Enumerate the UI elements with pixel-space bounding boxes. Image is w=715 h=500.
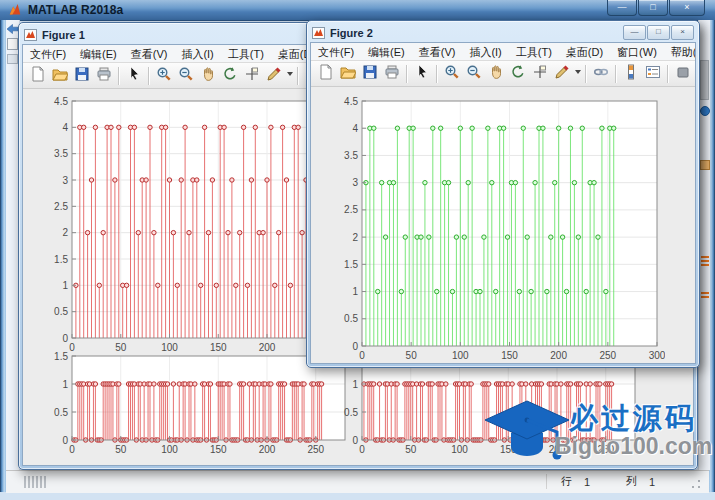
figure2-minimize-button[interactable]: — xyxy=(623,25,646,40)
svg-text:0: 0 xyxy=(69,444,75,455)
toolbar-separator xyxy=(436,65,438,83)
zoom-out-button[interactable] xyxy=(463,64,485,84)
code-warning-mark[interactable] xyxy=(701,260,709,262)
open-folder-button[interactable] xyxy=(49,66,71,86)
new-document-icon xyxy=(318,64,334,84)
marker-icon xyxy=(700,160,710,170)
rotate-3d-icon xyxy=(222,66,238,86)
svg-text:150: 150 xyxy=(210,444,227,455)
save-icon xyxy=(74,66,90,86)
menu-item-1[interactable]: 编辑(E) xyxy=(73,46,124,62)
code-warning-mark[interactable] xyxy=(701,292,709,294)
figure2-maximize-button[interactable]: □ xyxy=(647,25,670,40)
editor-scrollbar[interactable] xyxy=(700,60,709,100)
brush-dropdown-button[interactable] xyxy=(285,66,294,86)
figure2-titlebar[interactable]: Figure 2 — □ × xyxy=(310,24,696,42)
rotate-3d-button[interactable] xyxy=(219,66,241,86)
svg-text:50: 50 xyxy=(406,350,418,361)
save-button[interactable] xyxy=(71,66,93,86)
figure2-toolbar xyxy=(311,61,695,87)
menu-item-0[interactable]: 文件(F) xyxy=(23,46,73,62)
maximize-button[interactable]: □ xyxy=(638,0,668,16)
open-folder-button[interactable] xyxy=(337,64,359,84)
menu-item-3[interactable]: 插入(I) xyxy=(462,44,508,60)
zoom-out-button[interactable] xyxy=(175,66,197,86)
data-cursor-button[interactable] xyxy=(241,66,263,86)
new-document-button[interactable] xyxy=(315,64,337,84)
figure2-close-button[interactable]: × xyxy=(671,25,694,40)
pan-hand-button[interactable] xyxy=(197,66,219,86)
menu-item-0[interactable]: 文件(F) xyxy=(311,44,361,60)
code-warning-mark[interactable] xyxy=(701,296,709,298)
menu-item-2[interactable]: 查看(V) xyxy=(412,44,463,60)
zoom-in-button[interactable] xyxy=(153,66,175,86)
open-folder-icon xyxy=(52,66,68,86)
code-warning-mark[interactable] xyxy=(701,256,709,258)
svg-text:4.5: 4.5 xyxy=(54,96,68,107)
zoom-out-icon xyxy=(466,64,482,84)
svg-text:4.5: 4.5 xyxy=(344,96,358,107)
show-plot-tools-button[interactable] xyxy=(694,64,695,84)
svg-text:200: 200 xyxy=(550,350,567,361)
pan-hand-icon xyxy=(200,66,216,86)
menu-item-6[interactable]: 窗口(W) xyxy=(610,44,664,60)
brush-dropdown-button[interactable] xyxy=(573,64,582,84)
figure2-client-area: 05010015020025030000.511.522.533.544.5 xyxy=(311,87,695,363)
menu-item-7[interactable]: 帮助(H) xyxy=(664,44,695,60)
menu-item-5[interactable]: 桌面(D) xyxy=(559,44,610,60)
svg-text:50: 50 xyxy=(115,444,127,455)
svg-text:0: 0 xyxy=(352,435,358,446)
hide-plot-tools-button[interactable] xyxy=(672,64,694,84)
note-icon[interactable] xyxy=(7,54,18,64)
pan-hand-button[interactable] xyxy=(485,64,507,84)
insert-colorbar-button[interactable] xyxy=(620,64,642,84)
figure-window-icon xyxy=(24,29,37,41)
pointer-button[interactable] xyxy=(123,66,145,86)
menu-item-4[interactable]: 工具(T) xyxy=(221,46,271,62)
svg-text:3: 3 xyxy=(62,175,68,186)
data-cursor-button[interactable] xyxy=(529,64,551,84)
pointer-button[interactable] xyxy=(411,64,433,84)
print-button[interactable] xyxy=(381,64,403,84)
close-button[interactable]: × xyxy=(669,0,705,16)
toolbar-separator xyxy=(585,65,587,83)
brush-button[interactable] xyxy=(263,66,285,86)
toolbar-separator xyxy=(615,65,617,83)
menu-item-3[interactable]: 插入(I) xyxy=(174,46,220,62)
rotate-3d-button[interactable] xyxy=(507,64,529,84)
figure-window-icon xyxy=(312,27,325,39)
svg-text:100: 100 xyxy=(452,350,469,361)
data-cursor-icon xyxy=(532,64,548,84)
insert-legend-icon xyxy=(645,64,661,84)
open-folder-icon xyxy=(340,64,356,84)
svg-text:100: 100 xyxy=(161,444,178,455)
menu-item-4[interactable]: 工具(T) xyxy=(509,44,559,60)
menu-item-2[interactable]: 查看(V) xyxy=(124,46,175,62)
svg-text:250: 250 xyxy=(599,350,616,361)
matlab-main-titlebar[interactable]: MATLAB R2018a — □ × xyxy=(0,0,715,21)
brush-icon xyxy=(266,66,282,86)
resize-grip[interactable] xyxy=(691,479,701,489)
zoom-in-button[interactable] xyxy=(441,64,463,84)
print-button[interactable] xyxy=(93,66,115,86)
insert-colorbar-icon xyxy=(623,64,639,84)
svg-text:2: 2 xyxy=(352,232,358,243)
brush-dropdown-icon xyxy=(286,66,294,86)
toolbar-separator xyxy=(297,67,299,85)
save-button[interactable] xyxy=(359,64,381,84)
brush-dropdown-icon xyxy=(574,64,582,84)
zoom-out-icon xyxy=(178,66,194,86)
svg-text:1: 1 xyxy=(62,379,68,390)
document-icon[interactable] xyxy=(7,38,18,50)
insert-legend-button[interactable] xyxy=(642,64,664,84)
svg-text:2.5: 2.5 xyxy=(344,204,358,215)
svg-text:0: 0 xyxy=(62,333,68,344)
brush-button[interactable] xyxy=(551,64,573,84)
minimize-button[interactable]: — xyxy=(607,0,637,16)
link-plots-button[interactable] xyxy=(590,64,612,84)
statusbar-grip[interactable] xyxy=(24,476,46,488)
new-document-button[interactable] xyxy=(27,66,49,86)
svg-text:0.5: 0.5 xyxy=(54,306,68,317)
back-arrow-icon[interactable] xyxy=(7,24,18,34)
menu-item-1[interactable]: 编辑(E) xyxy=(361,44,412,60)
